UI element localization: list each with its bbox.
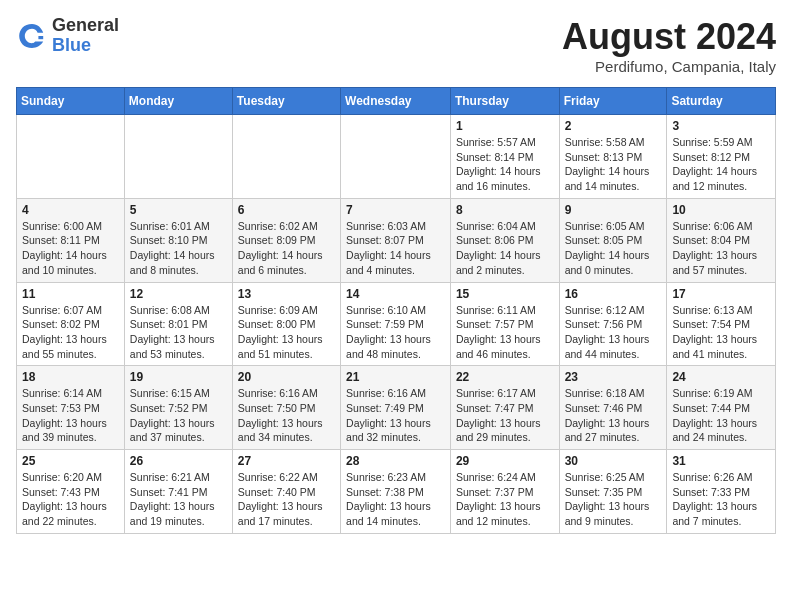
- day-cell: [124, 115, 232, 199]
- day-info: Sunrise: 6:16 AM Sunset: 7:49 PM Dayligh…: [346, 386, 445, 445]
- day-number: 18: [22, 370, 119, 384]
- day-number: 30: [565, 454, 662, 468]
- day-info: Sunrise: 6:06 AM Sunset: 8:04 PM Dayligh…: [672, 219, 770, 278]
- day-number: 23: [565, 370, 662, 384]
- day-cell: 9Sunrise: 6:05 AM Sunset: 8:05 PM Daylig…: [559, 198, 667, 282]
- day-info: Sunrise: 6:02 AM Sunset: 8:09 PM Dayligh…: [238, 219, 335, 278]
- day-cell: 24Sunrise: 6:19 AM Sunset: 7:44 PM Dayli…: [667, 366, 776, 450]
- day-number: 6: [238, 203, 335, 217]
- day-info: Sunrise: 6:19 AM Sunset: 7:44 PM Dayligh…: [672, 386, 770, 445]
- header-row: SundayMondayTuesdayWednesdayThursdayFrid…: [17, 88, 776, 115]
- day-cell: 31Sunrise: 6:26 AM Sunset: 7:33 PM Dayli…: [667, 450, 776, 534]
- day-info: Sunrise: 6:25 AM Sunset: 7:35 PM Dayligh…: [565, 470, 662, 529]
- day-info: Sunrise: 6:18 AM Sunset: 7:46 PM Dayligh…: [565, 386, 662, 445]
- day-cell: 16Sunrise: 6:12 AM Sunset: 7:56 PM Dayli…: [559, 282, 667, 366]
- day-cell: 26Sunrise: 6:21 AM Sunset: 7:41 PM Dayli…: [124, 450, 232, 534]
- header-day-tuesday: Tuesday: [232, 88, 340, 115]
- day-number: 28: [346, 454, 445, 468]
- day-cell: 10Sunrise: 6:06 AM Sunset: 8:04 PM Dayli…: [667, 198, 776, 282]
- month-year-title: August 2024: [562, 16, 776, 58]
- day-number: 20: [238, 370, 335, 384]
- day-cell: 21Sunrise: 6:16 AM Sunset: 7:49 PM Dayli…: [341, 366, 451, 450]
- day-cell: 30Sunrise: 6:25 AM Sunset: 7:35 PM Dayli…: [559, 450, 667, 534]
- week-row-3: 11Sunrise: 6:07 AM Sunset: 8:02 PM Dayli…: [17, 282, 776, 366]
- day-number: 8: [456, 203, 554, 217]
- day-cell: 19Sunrise: 6:15 AM Sunset: 7:52 PM Dayli…: [124, 366, 232, 450]
- week-row-5: 25Sunrise: 6:20 AM Sunset: 7:43 PM Dayli…: [17, 450, 776, 534]
- day-cell: 2Sunrise: 5:58 AM Sunset: 8:13 PM Daylig…: [559, 115, 667, 199]
- day-cell: 7Sunrise: 6:03 AM Sunset: 8:07 PM Daylig…: [341, 198, 451, 282]
- day-info: Sunrise: 6:05 AM Sunset: 8:05 PM Dayligh…: [565, 219, 662, 278]
- day-info: Sunrise: 6:10 AM Sunset: 7:59 PM Dayligh…: [346, 303, 445, 362]
- title-block: August 2024 Perdifumo, Campania, Italy: [562, 16, 776, 75]
- day-info: Sunrise: 6:08 AM Sunset: 8:01 PM Dayligh…: [130, 303, 227, 362]
- day-number: 25: [22, 454, 119, 468]
- day-cell: 4Sunrise: 6:00 AM Sunset: 8:11 PM Daylig…: [17, 198, 125, 282]
- logo-icon: [16, 20, 48, 52]
- day-info: Sunrise: 6:03 AM Sunset: 8:07 PM Dayligh…: [346, 219, 445, 278]
- logo: General Blue: [16, 16, 119, 56]
- header-day-friday: Friday: [559, 88, 667, 115]
- calendar-table: SundayMondayTuesdayWednesdayThursdayFrid…: [16, 87, 776, 534]
- day-cell: 25Sunrise: 6:20 AM Sunset: 7:43 PM Dayli…: [17, 450, 125, 534]
- day-info: Sunrise: 6:09 AM Sunset: 8:00 PM Dayligh…: [238, 303, 335, 362]
- day-number: 31: [672, 454, 770, 468]
- day-number: 3: [672, 119, 770, 133]
- day-cell: 17Sunrise: 6:13 AM Sunset: 7:54 PM Dayli…: [667, 282, 776, 366]
- day-cell: 15Sunrise: 6:11 AM Sunset: 7:57 PM Dayli…: [450, 282, 559, 366]
- day-number: 10: [672, 203, 770, 217]
- header-day-monday: Monday: [124, 88, 232, 115]
- day-info: Sunrise: 6:17 AM Sunset: 7:47 PM Dayligh…: [456, 386, 554, 445]
- week-row-4: 18Sunrise: 6:14 AM Sunset: 7:53 PM Dayli…: [17, 366, 776, 450]
- day-number: 17: [672, 287, 770, 301]
- day-cell: 8Sunrise: 6:04 AM Sunset: 8:06 PM Daylig…: [450, 198, 559, 282]
- day-cell: 5Sunrise: 6:01 AM Sunset: 8:10 PM Daylig…: [124, 198, 232, 282]
- day-cell: 11Sunrise: 6:07 AM Sunset: 8:02 PM Dayli…: [17, 282, 125, 366]
- day-cell: 3Sunrise: 5:59 AM Sunset: 8:12 PM Daylig…: [667, 115, 776, 199]
- day-cell: 18Sunrise: 6:14 AM Sunset: 7:53 PM Dayli…: [17, 366, 125, 450]
- day-cell: 29Sunrise: 6:24 AM Sunset: 7:37 PM Dayli…: [450, 450, 559, 534]
- logo-blue: Blue: [52, 36, 119, 56]
- day-info: Sunrise: 6:16 AM Sunset: 7:50 PM Dayligh…: [238, 386, 335, 445]
- day-info: Sunrise: 6:07 AM Sunset: 8:02 PM Dayligh…: [22, 303, 119, 362]
- day-number: 4: [22, 203, 119, 217]
- day-number: 14: [346, 287, 445, 301]
- header-day-thursday: Thursday: [450, 88, 559, 115]
- day-cell: 14Sunrise: 6:10 AM Sunset: 7:59 PM Dayli…: [341, 282, 451, 366]
- day-number: 12: [130, 287, 227, 301]
- day-info: Sunrise: 5:57 AM Sunset: 8:14 PM Dayligh…: [456, 135, 554, 194]
- day-info: Sunrise: 6:24 AM Sunset: 7:37 PM Dayligh…: [456, 470, 554, 529]
- day-info: Sunrise: 6:23 AM Sunset: 7:38 PM Dayligh…: [346, 470, 445, 529]
- day-number: 2: [565, 119, 662, 133]
- day-number: 7: [346, 203, 445, 217]
- day-info: Sunrise: 6:11 AM Sunset: 7:57 PM Dayligh…: [456, 303, 554, 362]
- day-cell: 20Sunrise: 6:16 AM Sunset: 7:50 PM Dayli…: [232, 366, 340, 450]
- day-number: 27: [238, 454, 335, 468]
- day-info: Sunrise: 6:20 AM Sunset: 7:43 PM Dayligh…: [22, 470, 119, 529]
- location-subtitle: Perdifumo, Campania, Italy: [562, 58, 776, 75]
- day-cell: [17, 115, 125, 199]
- day-cell: [232, 115, 340, 199]
- day-cell: 6Sunrise: 6:02 AM Sunset: 8:09 PM Daylig…: [232, 198, 340, 282]
- header-day-sunday: Sunday: [17, 88, 125, 115]
- day-info: Sunrise: 6:21 AM Sunset: 7:41 PM Dayligh…: [130, 470, 227, 529]
- day-number: 24: [672, 370, 770, 384]
- day-info: Sunrise: 6:15 AM Sunset: 7:52 PM Dayligh…: [130, 386, 227, 445]
- day-info: Sunrise: 6:22 AM Sunset: 7:40 PM Dayligh…: [238, 470, 335, 529]
- page-header: General Blue August 2024 Perdifumo, Camp…: [16, 16, 776, 75]
- header-day-wednesday: Wednesday: [341, 88, 451, 115]
- day-cell: 12Sunrise: 6:08 AM Sunset: 8:01 PM Dayli…: [124, 282, 232, 366]
- day-cell: 13Sunrise: 6:09 AM Sunset: 8:00 PM Dayli…: [232, 282, 340, 366]
- day-cell: 27Sunrise: 6:22 AM Sunset: 7:40 PM Dayli…: [232, 450, 340, 534]
- day-number: 21: [346, 370, 445, 384]
- day-number: 19: [130, 370, 227, 384]
- day-number: 22: [456, 370, 554, 384]
- day-cell: 23Sunrise: 6:18 AM Sunset: 7:46 PM Dayli…: [559, 366, 667, 450]
- header-day-saturday: Saturday: [667, 88, 776, 115]
- day-cell: 28Sunrise: 6:23 AM Sunset: 7:38 PM Dayli…: [341, 450, 451, 534]
- day-info: Sunrise: 6:01 AM Sunset: 8:10 PM Dayligh…: [130, 219, 227, 278]
- day-cell: 1Sunrise: 5:57 AM Sunset: 8:14 PM Daylig…: [450, 115, 559, 199]
- day-number: 9: [565, 203, 662, 217]
- day-info: Sunrise: 6:12 AM Sunset: 7:56 PM Dayligh…: [565, 303, 662, 362]
- day-info: Sunrise: 5:58 AM Sunset: 8:13 PM Dayligh…: [565, 135, 662, 194]
